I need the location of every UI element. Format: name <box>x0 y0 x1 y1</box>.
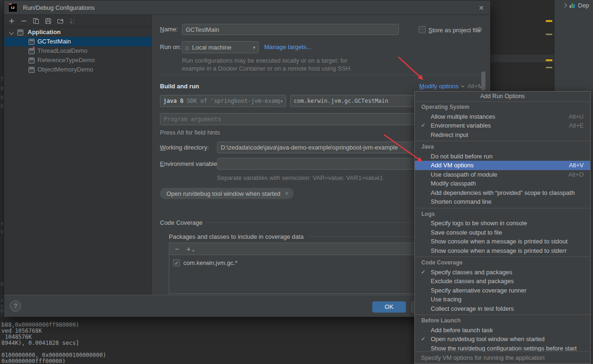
help-button[interactable]: ? <box>10 300 21 312</box>
coverage-package-checkbox[interactable]: ✓ <box>173 259 180 266</box>
menu-item-open-run-debug-tool-window-when-started[interactable]: ✓Open run/debug tool window when started <box>415 335 590 344</box>
menu-item-show-console-when-a-message-is-printed-to-stderr[interactable]: Show console when a message is printed t… <box>415 246 590 256</box>
menu-item-specify-classes-and-packages[interactable]: ✓Specify classes and packages <box>415 268 590 277</box>
menu-item-shortcut: Alt+E <box>569 121 584 130</box>
run-on-select[interactable]: ⌂ Local machine ▾ <box>182 41 259 53</box>
menu-item-do-not-build-before-run[interactable]: Do not build before run <box>415 152 590 161</box>
name-label: Name: <box>160 26 178 33</box>
menu-item-allow-multiple-instances[interactable]: Allow multiple instancesAlt+U <box>415 112 590 121</box>
application-icon <box>29 57 35 64</box>
jdk-select[interactable]: java 8 SDK of 'springboot-jvm-example' ı… <box>160 95 286 107</box>
sidebar-item-threadlocaldemo[interactable]: ×ThreadLocalDemo <box>4 46 152 56</box>
run-on-value: Local machine <box>192 44 231 51</box>
sidebar-item-objectmemorydemo[interactable]: ObjectMemoryDemo <box>4 65 152 74</box>
console-log-line: 1048576K <box>1 334 32 340</box>
add-package-icon[interactable]: + <box>187 245 191 252</box>
add-configuration-icon[interactable] <box>8 17 15 25</box>
store-as-project-file-checkbox[interactable] <box>419 26 426 33</box>
new-folder-icon[interactable] <box>57 17 64 25</box>
dependencies-tree-row[interactable]: Dep <box>563 2 593 9</box>
menu-item-label: Redirect input <box>431 130 584 140</box>
menu-item-show-console-when-a-message-is-printed-to-stdout[interactable]: Show console when a message is printed t… <box>415 237 590 246</box>
dialog-title: Run/Debug Configurations <box>23 4 94 11</box>
sidebar-item-label: ObjectMemoryDemo <box>37 65 93 74</box>
menu-item-label: Show console when a message is printed t… <box>431 246 584 256</box>
copy-configuration-icon[interactable] <box>32 17 40 25</box>
checkmark-icon: ✓ <box>421 121 426 130</box>
stripe-mark <box>546 20 552 22</box>
menu-item-add-before-launch-task[interactable]: Add before launch task <box>415 326 590 335</box>
modify-options-link[interactable]: Modify options <box>419 83 459 90</box>
environment-variables-label: Environment variables: <box>160 160 222 167</box>
menu-item-label: Specify classes and packages <box>431 268 584 277</box>
menu-item-label: Show console when a message is printed t… <box>431 237 584 246</box>
menu-item-label: Shorten command line <box>431 197 584 207</box>
stripe-mark <box>546 59 552 61</box>
menu-item-shortcut: Alt+U <box>569 112 584 121</box>
tree-node-application[interactable]: Application <box>4 28 152 37</box>
menu-item-specify-logs-to-be-shown-in-console[interactable]: Specify logs to be shown in console <box>415 219 590 228</box>
gear-icon[interactable]: ⚙ <box>477 26 483 33</box>
menu-item-label: Use tracing <box>431 295 584 304</box>
sidebar-item-referencetypedemo[interactable]: ReferenceTypeDemo <box>4 56 152 65</box>
combo-arrow-icon: ▾ <box>280 99 283 104</box>
menu-item-use-tracing[interactable]: Use tracing <box>415 295 590 304</box>
menu-item-collect-coverage-in-test-folders[interactable]: Collect coverage in test folders <box>415 304 590 314</box>
menu-item-label: Environment variables <box>431 121 564 130</box>
form-scrollbar-thumb[interactable] <box>481 71 485 90</box>
tree-root-label: Application <box>28 28 61 37</box>
save-configuration-icon[interactable] <box>44 17 52 25</box>
dialog-titlebar: IJ Run/Debug Configurations ✕ <box>4 0 490 15</box>
menu-item-modify-classpath[interactable]: Modify classpath <box>415 179 590 188</box>
menu-item-label: Collect coverage in test folders <box>431 304 584 314</box>
menu-item-environment-variables[interactable]: ✓Environment variablesAlt+E <box>415 121 590 130</box>
close-icon[interactable]: ✕ <box>477 3 486 13</box>
remove-package-icon[interactable]: − <box>175 245 179 252</box>
chip-close-icon[interactable]: ✕ <box>285 191 289 197</box>
open-tool-window-chip[interactable]: Open run/debug tool window when started … <box>160 188 294 199</box>
menu-item-use-classpath-of-module[interactable]: Use classpath of moduleAlt+O <box>415 170 590 179</box>
gutter-char: 8 <box>0 86 4 92</box>
menu-separator <box>415 257 590 257</box>
menu-item-redirect-input[interactable]: Redirect input <box>415 130 590 140</box>
editor-gutter-strip: 7898fv0,xx0 <box>0 0 4 364</box>
menu-item-specify-alternative-coverage-runner[interactable]: Specify alternative coverage runner <box>415 286 590 295</box>
menu-item-label: Modify classpath <box>431 179 584 188</box>
coverage-package-pattern: com.kerwin.jvm.gc.* <box>183 259 238 266</box>
menu-section-java: Java <box>415 143 590 152</box>
combo-arrow-icon: ▾ <box>253 45 255 50</box>
gutter-char: f <box>0 221 4 228</box>
gutter-char: 0 <box>0 281 4 287</box>
menu-item-show-the-run-debug-configuration-settings-before-start[interactable]: Show the run/debug configuration setting… <box>415 344 590 352</box>
menu-section-logs: Logs <box>415 210 590 219</box>
ok-button[interactable]: OK <box>372 301 406 313</box>
sort-configurations-icon[interactable]: az <box>69 17 76 25</box>
gutter-char: , <box>0 291 4 297</box>
menu-item-label: Save console output to file <box>431 228 584 237</box>
sidebar-item-label: GCTestMain <box>37 37 71 46</box>
configurations-sidebar: az Application GCTestMain×ThreadLocalDem… <box>4 15 152 295</box>
name-input[interactable] <box>182 24 399 35</box>
section-separator <box>160 75 483 75</box>
store-as-project-file-label: Store as project file <box>428 27 480 34</box>
menu-item-label: Show the run/debug configuration setting… <box>431 344 584 352</box>
menu-item-shorten-command-line[interactable]: Shorten command line <box>415 197 590 207</box>
menu-item-label: Allow multiple instances <box>431 112 563 121</box>
menu-section-operating-system: Operating System <box>415 103 590 112</box>
console-log-line: ved 1056768K <box>1 328 42 334</box>
configurations-tree: Application GCTestMain×ThreadLocalDemoRe… <box>4 28 152 74</box>
menu-item-add-vm-options[interactable]: Add VM optionsAlt+V <box>415 161 590 170</box>
menu-item-add-dependencies-with-provided-scope-to-classpath[interactable]: Add dependencies with “provided” scope t… <box>415 188 590 198</box>
sidebar-item-label: ThreadLocalDemo <box>37 46 87 56</box>
svg-text:a: a <box>73 18 75 21</box>
popup-menu-body: Operating SystemAllow multiple instances… <box>415 102 590 351</box>
editor-highlighted-line <box>491 55 554 62</box>
remove-configuration-icon[interactable] <box>20 17 28 25</box>
popup-status-hint: Specify VM options for running the appli… <box>415 351 590 364</box>
console-log-line: b88,0x00000000ff980000) <box>1 321 79 328</box>
menu-item-exclude-classes-and-packages[interactable]: Exclude classes and packages <box>415 277 590 286</box>
manage-targets-link[interactable]: Manage targets... <box>264 43 311 50</box>
menu-separator <box>415 141 590 141</box>
menu-item-save-console-output-to-file[interactable]: Save console output to file <box>415 228 590 237</box>
sidebar-item-gctestmain[interactable]: GCTestMain <box>4 37 152 46</box>
